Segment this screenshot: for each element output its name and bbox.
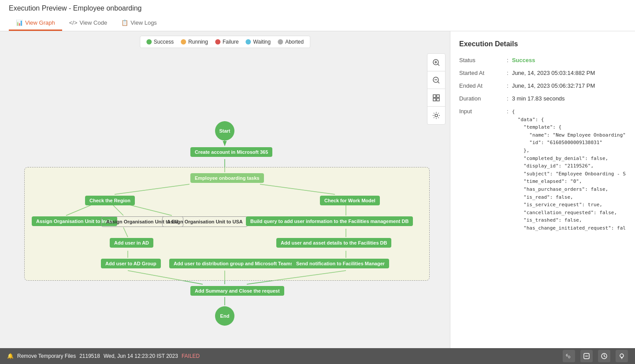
main-content: Success Running Failure Waiting Aborted <box>0 31 635 353</box>
graph-icon: 📊 <box>16 19 23 26</box>
top-bar: Execution Preview - Employee onboarding … <box>0 0 635 31</box>
bottom-bar: 🔔 Remove Temporary Files 2119518 Wed, Ju… <box>0 348 635 364</box>
legend-success: Success <box>146 39 174 45</box>
lightbulb-icon <box>618 353 625 360</box>
bottom-id: 2119518 <box>79 353 100 359</box>
page-title: Execution Preview - Employee onboarding <box>9 4 626 16</box>
svg-line-6 <box>438 82 440 83</box>
node-assign-usa[interactable]: Assign Organisation Unit to USA <box>162 216 248 227</box>
detail-ended-row: Ended At : June, 14, 2023 05:06:32:717 P… <box>459 82 626 89</box>
bottom-bar-info: 🔔 Remove Temporary Files 2119518 Wed, Ju… <box>7 353 200 359</box>
settings-icon <box>432 111 440 119</box>
legend-failure: Failure <box>215 39 239 45</box>
legend-waiting: Waiting <box>246 39 271 45</box>
input-label: Input <box>459 108 503 115</box>
bottom-status: FAILED <box>182 353 200 359</box>
bottom-icon-3[interactable] <box>598 350 610 362</box>
node-end[interactable]: End <box>215 306 234 326</box>
started-at-value: June, 14, 2023 05:03:14:882 PM <box>512 70 595 76</box>
logs-icon: 📋 <box>121 19 128 26</box>
bell-icon: 🔔 <box>7 353 14 359</box>
bottom-icon-1-svg: ⁶₀ <box>565 353 572 360</box>
ended-at-label: Ended At <box>459 82 503 89</box>
svg-rect-10 <box>437 98 439 101</box>
details-panel: Execution Details Status : Success Start… <box>450 31 635 353</box>
input-json: { "data": { "template": { "name": "New E… <box>512 108 626 232</box>
node-add-user-ad-group[interactable]: Add user to AD Group <box>101 259 161 268</box>
node-build-query[interactable]: Build query to add user information to t… <box>246 216 413 226</box>
grid-icon <box>432 94 440 102</box>
graph-controls <box>427 53 446 125</box>
code-icon: </> <box>69 19 78 26</box>
node-check-work-model[interactable]: Check for Work Model <box>320 196 380 205</box>
legend-aborted: Aborted <box>278 39 304 45</box>
node-check-region[interactable]: Check the Region <box>85 196 135 205</box>
zoom-in-button[interactable] <box>427 54 445 71</box>
node-add-summary[interactable]: Add Summary and Close the request <box>190 286 284 296</box>
duration-label: Duration <box>459 95 503 102</box>
grid-button[interactable] <box>427 89 445 107</box>
svg-rect-8 <box>437 95 439 97</box>
zoom-out-button[interactable] <box>427 71 445 89</box>
detail-duration-row: Duration : 3 min 17.83 seconds <box>459 95 626 102</box>
detail-status-row: Status : Success <box>459 57 626 63</box>
svg-text:⁶₀: ⁶₀ <box>566 353 570 360</box>
node-create-account[interactable]: Create account in Microsoft 365 <box>190 147 272 157</box>
started-at-label: Started At <box>459 70 503 76</box>
legend: Success Running Failure Waiting Aborted <box>140 36 310 48</box>
tab-view-logs[interactable]: 📋 View Logs <box>114 16 164 31</box>
tab-view-code[interactable]: </> View Code <box>62 16 114 31</box>
node-add-user-asset[interactable]: Add user and asset details to the Facili… <box>276 238 391 248</box>
waiting-dot <box>246 39 251 45</box>
bottom-timestamp: Wed, Jun 14 12:23:20 IST 2023 <box>104 353 178 359</box>
status-value: Success <box>512 57 535 63</box>
status-label: Status <box>459 57 503 63</box>
bottom-icon-4[interactable] <box>616 350 628 362</box>
tabs: 📊 View Graph </> View Code 📋 View Logs <box>9 16 626 31</box>
detail-input-row: Input : { "data": { "template": { "name"… <box>459 108 626 232</box>
tab-view-graph[interactable]: 📊 View Graph <box>9 16 62 31</box>
node-add-user-ad[interactable]: Add user in AD <box>110 238 153 248</box>
legend-running: Running <box>181 39 208 45</box>
success-dot <box>146 39 152 45</box>
zoom-in-icon <box>432 59 440 67</box>
zoom-out-icon <box>432 76 440 84</box>
node-send-notification[interactable]: Send notification to Facilities Manager <box>292 259 389 268</box>
bottom-icon-2-svg <box>583 353 590 360</box>
bottom-filename: Remove Temporary Files <box>17 353 76 359</box>
details-panel-title: Execution Details <box>459 40 626 48</box>
svg-line-3 <box>438 64 440 66</box>
svg-point-11 <box>435 114 438 117</box>
bottom-icons: ⁶₀ <box>563 350 628 362</box>
bottom-icon-1[interactable]: ⁶₀ <box>563 350 575 362</box>
detail-started-row: Started At : June, 14, 2023 05:03:14:882… <box>459 70 626 76</box>
node-start[interactable]: Start <box>215 121 234 141</box>
graph-area: Success Running Failure Waiting Aborted <box>0 31 450 353</box>
settings-button[interactable] <box>427 107 445 124</box>
bottom-icon-2[interactable] <box>580 350 593 362</box>
svg-point-31 <box>620 354 624 357</box>
duration-value: 3 min 17.83 seconds <box>512 95 565 102</box>
ended-at-value: June, 14, 2023 05:06:32:717 PM <box>512 82 595 89</box>
aborted-dot <box>278 39 283 45</box>
bottom-icon-3-svg <box>601 353 608 360</box>
svg-rect-7 <box>433 95 436 97</box>
svg-rect-9 <box>433 98 436 101</box>
running-dot <box>181 39 186 45</box>
failure-dot <box>215 39 220 45</box>
